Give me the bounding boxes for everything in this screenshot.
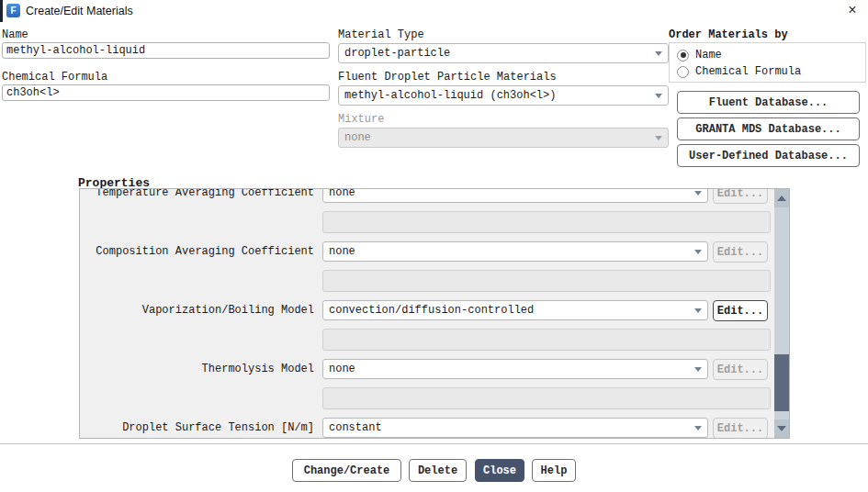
change-create-button[interactable]: Change/Create: [292, 459, 401, 482]
property-value: convection/diffusion-controlled: [329, 304, 691, 317]
radio-option-label: Chemical Formula: [695, 65, 801, 78]
fluent-database-button[interactable]: Fluent Database...: [677, 91, 860, 114]
dropdown-arrow-icon: [694, 308, 702, 313]
property-label-vaporization-boiling-model: Vaporization/Boiling Model: [80, 304, 314, 318]
radio-selected-icon: [677, 50, 689, 62]
dropdown-arrow-icon: [655, 136, 662, 140]
property-value: none: [329, 188, 691, 199]
radio-unselected-icon: [677, 66, 689, 78]
blank-value-field: [322, 329, 771, 351]
chemical-formula-label: Chemical Formula: [2, 71, 107, 84]
scroll-down-button[interactable]: [774, 419, 789, 438]
edit-button-vaporization-boiling-model[interactable]: Edit...: [713, 300, 768, 321]
property-value: none: [329, 363, 691, 375]
property-select-thermolysis-model[interactable]: none: [322, 359, 708, 379]
radio-option-label: Name: [695, 49, 722, 62]
chemical-formula-input[interactable]: [2, 84, 330, 101]
blank-value-field: [322, 270, 771, 292]
window-titlebar: F Create/Edit Materials ×: [0, 0, 868, 22]
property-select-temperature-averaging-coefficient[interactable]: none: [322, 188, 708, 203]
arrow-up-icon: [777, 196, 786, 201]
close-icon[interactable]: ×: [840, 0, 865, 20]
order-materials-by-group: NameChemical Formula: [669, 42, 866, 83]
property-label-composition-averaging-coefficient: Composition Averaging Coefficient: [80, 245, 314, 259]
edit-button-droplet-surface-tension-n-m: Edit...: [713, 418, 768, 439]
footer-separator: [0, 443, 868, 445]
window-title: Create/Edit Materials: [26, 0, 133, 22]
dropdown-arrow-icon: [694, 191, 702, 196]
scrollbar-thumb[interactable]: [774, 354, 789, 411]
name-label: Name: [2, 28, 28, 41]
blank-value-field: [322, 211, 771, 233]
edit-button-composition-averaging-coefficient: Edit...: [713, 241, 768, 263]
dropdown-arrow-icon: [694, 426, 702, 430]
property-label-droplet-surface-tension-n-m: Droplet Surface Tension [N/m]: [80, 421, 314, 435]
material-type-select[interactable]: droplet-particle: [338, 43, 669, 63]
arrow-down-icon: [777, 426, 786, 431]
radio-option-name[interactable]: Name: [677, 48, 722, 62]
name-input[interactable]: [2, 42, 330, 59]
help-button[interactable]: Help: [532, 459, 576, 482]
property-select-vaporization-boiling-model[interactable]: convection/diffusion-controlled: [322, 300, 708, 320]
radio-option-chemical-formula[interactable]: Chemical Formula: [677, 64, 801, 79]
property-label-temperature-averaging-coefficient: Temperature Averaging Coefficient: [80, 188, 314, 200]
mixture-value: none: [344, 131, 651, 144]
property-value: constant: [329, 421, 691, 434]
dropdown-arrow-icon: [655, 94, 662, 98]
blank-value-field: [322, 387, 771, 409]
delete-button[interactable]: Delete: [409, 459, 467, 482]
property-value: none: [329, 245, 691, 258]
properties-scrollbar[interactable]: [774, 189, 789, 438]
property-select-droplet-surface-tension-n-m[interactable]: constant: [322, 418, 708, 438]
droplet-materials-value: methyl-alcohol-liquid (ch3oh<l>): [344, 89, 651, 102]
property-label-thermolysis-model: Thermolysis Model: [80, 363, 314, 376]
granta-mds-database-button[interactable]: GRANTA MDS Database...: [677, 117, 860, 140]
dropdown-arrow-icon: [655, 51, 662, 56]
edit-button-temperature-averaging-coefficient: Edit...: [713, 188, 768, 204]
mixture-select: none: [338, 128, 669, 148]
mixture-label: Mixture: [338, 113, 384, 126]
order-materials-by-label: Order Materials by: [669, 28, 788, 41]
close-action-button[interactable]: Close: [475, 459, 524, 482]
create-edit-materials-dialog: F Create/Edit Materials × Name Chemical …: [0, 0, 868, 492]
user-defined-database-button[interactable]: User-Defined Database...: [677, 144, 860, 167]
fluent-app-icon: F: [6, 4, 20, 17]
droplet-materials-select[interactable]: methyl-alcohol-liquid (ch3oh<l>): [338, 85, 669, 106]
edit-button-thermolysis-model: Edit...: [713, 359, 768, 380]
property-select-composition-averaging-coefficient[interactable]: none: [322, 241, 708, 262]
droplet-materials-label: Fluent Droplet Particle Materials: [338, 71, 557, 84]
dropdown-arrow-icon: [694, 250, 702, 254]
properties-panel: Temperature Averaging CoefficientnoneEdi…: [79, 188, 790, 439]
scroll-up-button[interactable]: [774, 189, 789, 207]
material-type-label: Material Type: [338, 28, 424, 41]
material-type-value: droplet-particle: [344, 47, 651, 60]
dropdown-arrow-icon: [694, 367, 702, 372]
window-edge-strip: [0, 0, 3, 22]
